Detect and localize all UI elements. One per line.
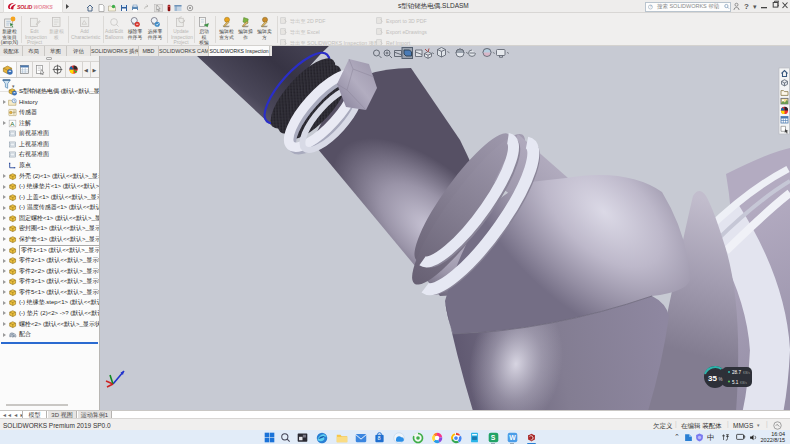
- svg-text:8: 8: [377, 435, 380, 441]
- svg-text:28.7: 28.7: [732, 370, 741, 375]
- svg-text:?: ?: [650, 5, 652, 9]
- svg-text:35: 35: [708, 374, 717, 383]
- svg-text:S: S: [491, 434, 496, 441]
- svg-text:KB/s: KB/s: [740, 381, 747, 385]
- svg-text:5.1: 5.1: [732, 380, 739, 385]
- svg-text:SOLID: SOLID: [17, 3, 32, 9]
- svg-text:W: W: [509, 434, 516, 441]
- svg-text:KB/s: KB/s: [743, 371, 750, 375]
- svg-text:%: %: [719, 377, 723, 382]
- svg-text:WORKS: WORKS: [34, 3, 54, 9]
